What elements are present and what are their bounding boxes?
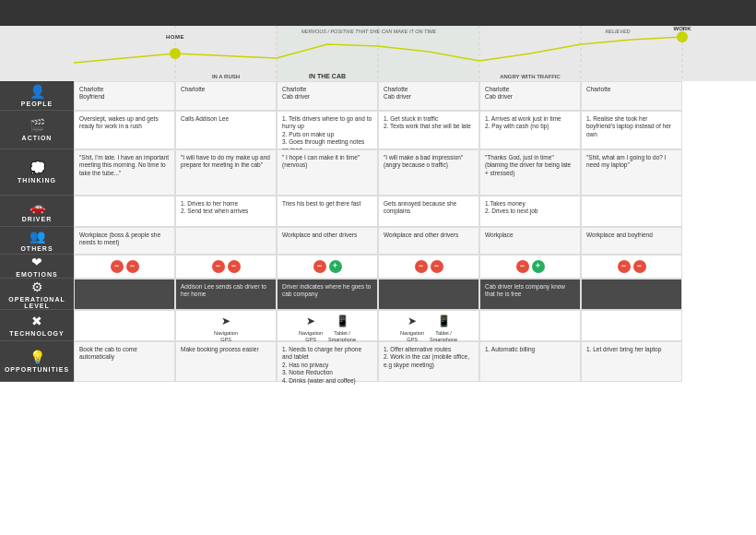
technology-label: TECHNOLOGY: [9, 330, 64, 337]
cell-people-0: Charlotte Boyfriend: [74, 81, 175, 111]
cell-action-1: Calls Addison Lee: [175, 111, 277, 149]
emotion-dot-pos: +: [329, 260, 342, 273]
cell-opportunities-3: 1. Offer alternative routes 2. Work in t…: [378, 341, 479, 382]
cell-others-1: [175, 227, 277, 255]
table-grid: 👤PEOPLECharlotte BoyfriendCharlotteCharl…: [0, 81, 756, 535]
row-header-operational: ⚙OPERATIONAL LEVEL: [0, 279, 74, 310]
cell-operational-2: Driver indicates where he goes to cab co…: [277, 279, 378, 310]
cell-others-2: Workplace and other drivers: [277, 227, 378, 255]
cell-technology-3: ➤Navigation GPS📱Tablet / Smartphone: [378, 310, 479, 341]
cell-people-4: Charlotte Cab driver: [479, 81, 581, 111]
cell-opportunities-2: 1. Needs to charge her phone and tablet …: [277, 341, 378, 382]
emotion-dot-neg: −: [516, 260, 529, 273]
cell-thinking-5: "Shit, what am I going to do? I need my …: [581, 149, 682, 196]
row-header-action: 🎬ACTION: [0, 111, 74, 149]
cell-action-0: Overslept, wakes up and gets ready for w…: [74, 111, 175, 149]
cell-opportunities-1: Make booking process easier: [175, 341, 277, 382]
cell-people-5: Charlotte: [581, 81, 682, 111]
cell-action-3: 1. Get stuck in traffic 2. Texts work th…: [378, 111, 479, 149]
svg-text:IN THE CAB: IN THE CAB: [309, 73, 346, 79]
cell-driver-3: Gets annoyed because she complains: [378, 196, 479, 227]
cell-driver-1: 1. Drives to her home 2. Send text when …: [175, 196, 277, 227]
cell-people-1: Charlotte: [175, 81, 277, 111]
svg-text:WORK: WORK: [674, 26, 692, 31]
operational-label: OPERATIONAL LEVEL: [2, 296, 72, 309]
svg-text:ANGRY WITH TRAFFIC: ANGRY WITH TRAFFIC: [500, 74, 561, 79]
others-label: OTHERS: [20, 245, 53, 252]
cell-thinking-1: "I will have to do my make up and prepar…: [175, 149, 277, 196]
cell-emotions-3: −−: [378, 255, 479, 279]
svg-text:HOME: HOME: [166, 34, 184, 40]
row-header-emotions: ❤EMOTIONS: [0, 255, 74, 279]
svg-text:IN A RUSH: IN A RUSH: [212, 74, 240, 79]
emotion-dot-pos: +: [532, 260, 545, 273]
thinking-label: THINKING: [18, 177, 56, 184]
technology-icon: ✖: [31, 314, 42, 328]
opportunities-icon: 💡: [30, 350, 45, 364]
cell-thinking-3: "I will make a bad impression" (angry be…: [378, 149, 479, 196]
cell-operational-3: [378, 279, 479, 310]
header: [0, 0, 756, 26]
emotions-label: EMOTIONS: [16, 271, 57, 278]
cell-operational-1: Addison Lee sends cab driver to her home: [175, 279, 277, 310]
thinking-icon: 💭: [30, 160, 45, 175]
people-icon: 👤: [30, 84, 45, 99]
tech-icon-item: ➤Navigation GPS: [214, 315, 238, 343]
journey-line-area: HOME WORK NERVOUS / POSITIVE THAT SHE CA…: [0, 26, 756, 81]
tech-icon-item: 📱Tablet / Smartphone: [328, 315, 356, 343]
tech-icon-symbol: 📱: [437, 315, 451, 329]
emotion-dot-neg: −: [415, 260, 428, 273]
emotion-dot-neg: −: [313, 260, 326, 273]
svg-text:NERVOUS / POSITIVE THAT SHE CA: NERVOUS / POSITIVE THAT SHE CAN MAKE IT …: [301, 29, 437, 34]
tech-icon-symbol: ➤: [221, 315, 230, 329]
tech-icon-item: ➤Navigation GPS: [299, 315, 323, 343]
cell-action-5: 1. Realise she took her boyfriend's lapt…: [581, 111, 682, 149]
opportunities-label: OPPORTUNITIES: [5, 366, 69, 373]
tech-icon-symbol: 📱: [336, 315, 349, 329]
cell-emotions-5: −−: [581, 255, 682, 279]
row-header-others: 👥OTHERS: [0, 227, 74, 255]
emotions-icon: ❤: [31, 255, 42, 269]
cell-people-2: Charlotte Cab driver: [277, 81, 378, 111]
cell-emotions-4: −+: [479, 255, 581, 279]
cell-technology-1: ➤Navigation GPS: [175, 310, 277, 341]
cell-thinking-4: "Thanks God, just in time" (blaming the …: [479, 149, 581, 196]
cell-emotions-0: −−: [74, 255, 175, 279]
emotion-dot-neg: −: [633, 260, 646, 273]
svg-point-9: [677, 31, 688, 42]
cell-operational-4: Cab driver lets company know that he is …: [479, 279, 581, 310]
cell-action-2: 1. Tells drivers where to go and to hurr…: [277, 111, 378, 149]
cell-technology-0: [74, 310, 175, 341]
cell-emotions-2: −+: [277, 255, 378, 279]
cell-operational-5: [581, 279, 682, 310]
tech-icons-container: ➤Navigation GPS📱Tablet / Smartphone: [384, 315, 474, 343]
cell-others-5: Workplace and boyfriend: [581, 227, 682, 255]
cell-driver-2: Tries his best to get there fast: [277, 196, 378, 227]
svg-point-7: [170, 48, 181, 59]
cell-operational-0: [74, 279, 175, 310]
journey-line-svg: HOME WORK NERVOUS / POSITIVE THAT SHE CA…: [0, 26, 756, 81]
tech-icons-container: ➤Navigation GPS📱Tablet / Smartphone: [282, 315, 372, 343]
cell-others-3: Workplace and other drivers: [378, 227, 479, 255]
row-header-thinking: 💭THINKING: [0, 149, 74, 196]
cell-others-4: Workplace: [479, 227, 581, 255]
emotion-dot-neg: −: [212, 260, 225, 273]
cell-opportunities-4: 1. Automatic billing: [479, 341, 581, 382]
tech-icon-symbol: ➤: [408, 315, 417, 329]
emotion-dot-neg: −: [111, 260, 124, 273]
cell-opportunities-5: 1. Let driver bring her laptop: [581, 341, 682, 382]
cell-action-4: 1. Arrives at work just in time 2. Pay w…: [479, 111, 581, 149]
tech-icon-item: ➤Navigation GPS: [400, 315, 424, 343]
tech-icons-container: ➤Navigation GPS: [181, 315, 271, 343]
cell-technology-5: [581, 310, 682, 341]
cell-technology-2: ➤Navigation GPS📱Tablet / Smartphone: [277, 310, 378, 341]
emotion-dot-neg: −: [618, 260, 631, 273]
svg-text:RELIEVED: RELIEVED: [605, 29, 630, 34]
tech-icon-item: 📱Tablet / Smartphone: [430, 315, 457, 343]
driver-icon: 🚗: [30, 199, 45, 214]
action-label: ACTION: [22, 135, 53, 141]
main-table: 👤PEOPLECharlotte BoyfriendCharlotteCharl…: [0, 81, 756, 535]
action-icon: 🎬: [30, 118, 45, 133]
row-header-opportunities: 💡OPPORTUNITIES: [0, 341, 74, 382]
journey-map: HOME WORK NERVOUS / POSITIVE THAT SHE CA…: [0, 0, 756, 535]
